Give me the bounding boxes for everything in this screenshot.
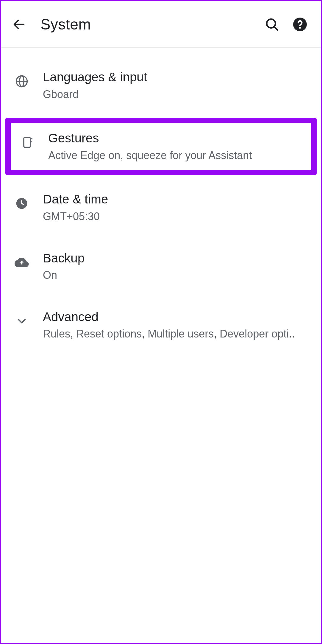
settings-item-gestures[interactable]: Gestures Active Edge on, squeeze for you… <box>5 118 317 175</box>
settings-item-advanced[interactable]: Advanced Rules, Reset options, Multiple … <box>1 299 321 351</box>
chevron-down-icon <box>10 309 33 333</box>
globe-icon <box>10 70 33 93</box>
settings-item-backup[interactable]: Backup On <box>1 240 321 293</box>
item-subtitle: Active Edge on, squeeze for your Assista… <box>48 148 307 163</box>
page-title: System <box>40 16 91 33</box>
item-title: Languages & input <box>43 69 312 85</box>
app-bar: System <box>1 1 321 48</box>
svg-rect-8 <box>24 138 30 147</box>
arrow-left-icon <box>12 17 26 32</box>
item-subtitle: Gboard <box>43 87 312 102</box>
phone-gesture-icon <box>15 131 39 154</box>
item-title: Advanced <box>43 309 312 325</box>
help-button[interactable] <box>288 13 312 36</box>
item-title: Gestures <box>48 130 307 147</box>
settings-list: Languages & input Gboard Gestures Active… <box>1 48 321 351</box>
svg-line-2 <box>274 27 277 30</box>
search-icon <box>265 17 279 32</box>
settings-item-datetime[interactable]: Date & time GMT+05:30 <box>1 181 321 234</box>
item-title: Date & time <box>43 191 312 208</box>
help-icon <box>293 17 307 32</box>
item-title: Backup <box>43 250 312 267</box>
clock-icon <box>10 192 33 215</box>
svg-point-4 <box>299 27 301 29</box>
search-button[interactable] <box>260 13 284 36</box>
back-button[interactable] <box>7 13 31 36</box>
cloud-upload-icon <box>10 251 33 274</box>
item-subtitle: Rules, Reset options, Multiple users, De… <box>43 327 312 341</box>
item-subtitle: GMT+05:30 <box>43 209 312 224</box>
item-subtitle: On <box>43 268 312 283</box>
settings-item-languages[interactable]: Languages & input Gboard <box>1 59 321 112</box>
